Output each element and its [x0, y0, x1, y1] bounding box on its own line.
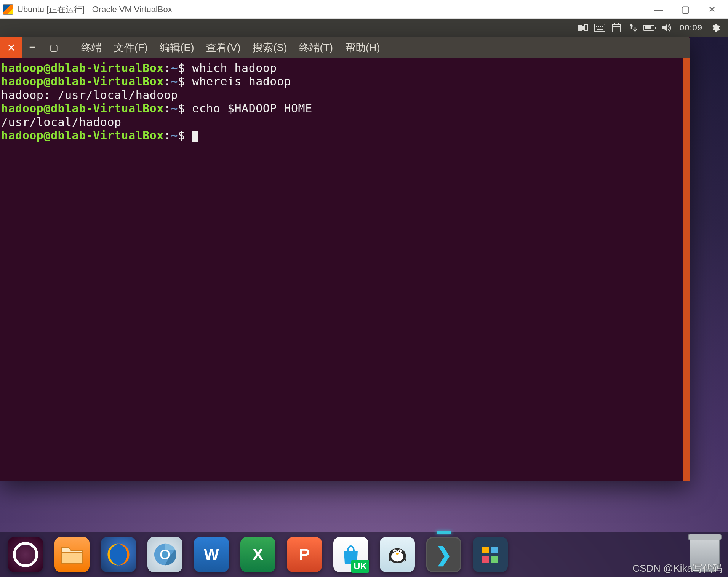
dock-item-qq[interactable] — [380, 537, 415, 572]
menu-terminal[interactable]: 终端(T) — [293, 37, 339, 58]
guest-desktop: 00:09 ✕ ━ ▢ 终端 文件(F) 编辑(E) 查看(V) 搜索(S) 终… — [0, 19, 728, 577]
svg-rect-3 — [594, 24, 605, 32]
usb-devices-icon[interactable] — [574, 19, 591, 37]
terminal-minimize-button[interactable]: ━ — [22, 37, 43, 58]
vbox-minimize-button[interactable]: — — [645, 0, 672, 19]
vbox-window-title: Ubuntu [正在运行] - Oracle VM VirtualBox — [17, 4, 645, 15]
minimize-icon: ━ — [30, 42, 35, 53]
dock-item-uk[interactable]: UK — [333, 537, 368, 572]
vbox-titlebar[interactable]: Ubuntu [正在运行] - Oracle VM VirtualBox — ▢… — [0, 0, 728, 19]
vbox-close-button[interactable]: ✕ — [699, 0, 725, 19]
svg-rect-6 — [600, 26, 601, 27]
menu-search[interactable]: 搜索(S) — [246, 37, 293, 58]
ubuntu-top-panel[interactable]: 00:09 — [0, 19, 728, 37]
svg-point-20 — [162, 551, 168, 558]
dock-item-apps[interactable] — [473, 537, 508, 572]
terminal-window: ✕ ━ ▢ 终端 文件(F) 编辑(E) 查看(V) 搜索(S) 终端(T) 帮… — [0, 37, 690, 481]
terminal-app-label: 终端 — [75, 37, 108, 58]
terminal-line: hadoop@dblab-VirtualBox:~$ echo $HADOOP_… — [1, 102, 689, 115]
terminal-line: /usr/local/hadoop — [1, 115, 689, 129]
dock-item-ppt[interactable]: P — [287, 537, 322, 572]
menu-view[interactable]: 查看(V) — [200, 37, 246, 58]
terminal-titlebar[interactable]: ✕ ━ ▢ 终端 文件(F) 编辑(E) 查看(V) 搜索(S) 终端(T) 帮… — [0, 37, 690, 58]
svg-point-27 — [396, 553, 399, 555]
terminal-maximize-button[interactable]: ▢ — [43, 37, 64, 58]
volume-icon[interactable] — [658, 19, 675, 37]
trash-icon[interactable] — [690, 537, 720, 572]
close-icon: ✕ — [7, 42, 16, 54]
svg-rect-8 — [597, 29, 603, 30]
svg-point-25 — [394, 550, 396, 552]
terminal-line: hadoop: /usr/local/hadoop — [1, 88, 689, 102]
svg-rect-15 — [645, 26, 651, 29]
dock-item-chromium[interactable] — [147, 537, 182, 572]
virtualbox-logo-icon — [3, 4, 13, 15]
menu-help[interactable]: 帮助(H) — [339, 37, 386, 58]
virtualbox-host-window: Ubuntu [正在运行] - Oracle VM VirtualBox — ▢… — [0, 0, 728, 577]
network-icon[interactable] — [625, 19, 642, 37]
dock-item-firefox[interactable] — [101, 537, 136, 572]
svg-rect-1 — [582, 26, 584, 30]
dock-item-word[interactable]: W — [194, 537, 229, 572]
svg-rect-5 — [598, 26, 599, 27]
svg-point-22 — [391, 551, 403, 561]
dock-item-term[interactable]: ❯ — [426, 537, 461, 572]
system-settings-gear-icon[interactable] — [707, 19, 724, 37]
terminal-line: hadoop@dblab-VirtualBox:~$ whereis hadoo… — [1, 75, 689, 88]
svg-point-26 — [399, 550, 400, 552]
svg-rect-14 — [655, 27, 656, 29]
terminal-line: hadoop@dblab-VirtualBox:~$ which hadoop — [1, 61, 689, 75]
maximize-icon: ▢ — [681, 4, 690, 15]
dock: WXPUK❯ — [0, 532, 728, 577]
battery-icon[interactable] — [642, 19, 658, 37]
dock-item-excel[interactable]: X — [240, 537, 275, 572]
svg-rect-16 — [61, 552, 83, 564]
svg-rect-9 — [612, 24, 621, 32]
terminal-close-button[interactable]: ✕ — [0, 37, 22, 58]
minimize-icon: — — [654, 4, 663, 15]
menu-edit[interactable]: 编辑(E) — [154, 37, 200, 58]
menu-file[interactable]: 文件(F) — [108, 37, 154, 58]
terminal-body[interactable]: hadoop@dblab-VirtualBox:~$ which hadooph… — [0, 58, 690, 481]
svg-rect-2 — [585, 25, 588, 31]
close-icon: ✕ — [708, 4, 716, 15]
svg-rect-4 — [596, 26, 597, 27]
calendar-icon[interactable] — [608, 19, 625, 37]
terminal-line: hadoop@dblab-VirtualBox:~$ — [1, 129, 689, 142]
dock-item-ubuntu[interactable] — [8, 537, 43, 572]
dock-item-files[interactable] — [54, 537, 90, 572]
svg-rect-7 — [602, 26, 603, 27]
maximize-icon: ▢ — [50, 42, 58, 53]
vbox-maximize-button[interactable]: ▢ — [672, 0, 699, 19]
svg-rect-0 — [578, 25, 582, 31]
keyboard-indicator-icon[interactable] — [591, 19, 608, 37]
clock[interactable]: 00:09 — [675, 23, 707, 33]
terminal-scrollbar[interactable] — [683, 58, 690, 481]
